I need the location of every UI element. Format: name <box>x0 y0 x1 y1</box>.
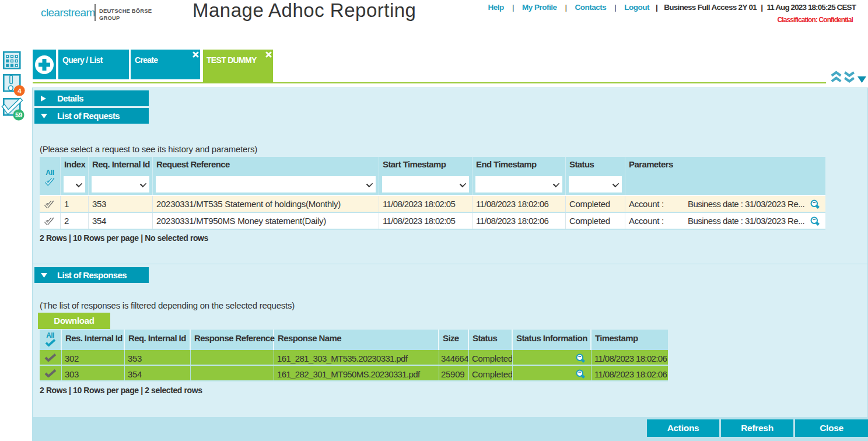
svg-text:4: 4 <box>18 88 22 94</box>
svg-text:59: 59 <box>15 111 22 118</box>
